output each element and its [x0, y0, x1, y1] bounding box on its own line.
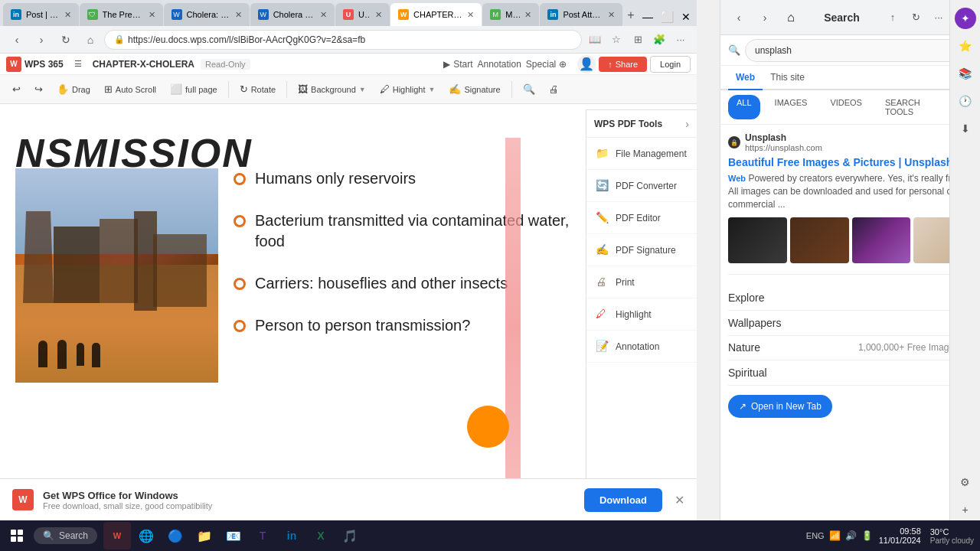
login-button[interactable]: Login	[650, 56, 691, 73]
user-avatar[interactable]: 👤	[577, 55, 596, 73]
tab-close[interactable]: ✕	[320, 10, 327, 20]
panel-item-highlight[interactable]: 🖊 Highlight	[586, 298, 697, 331]
auto-scroll-button[interactable]: ⊞ Auto Scroll	[98, 78, 162, 101]
taskbar-app-email[interactable]: 📧	[220, 522, 247, 549]
special-btn[interactable]: Special ⊕	[526, 59, 567, 70]
minimize-button[interactable]: —	[639, 8, 656, 26]
start-button[interactable]	[0, 520, 34, 551]
tab-post-attendee[interactable]: in Post Attendee -... ✕	[540, 3, 622, 26]
background-button[interactable]: 🖼 Background ▼	[292, 78, 372, 101]
share-button[interactable]: ↑ Share	[599, 57, 647, 72]
tab-meeting[interactable]: M Meeting ✕	[482, 3, 539, 26]
edge-collections-icon[interactable]: 📚	[955, 63, 976, 84]
open-new-tab-button[interactable]: ↗ Open in New Tab	[728, 395, 832, 418]
redo-button[interactable]: ↪	[28, 78, 49, 101]
rp-search-input[interactable]: unsplash	[745, 39, 972, 62]
search-button[interactable]: 🔍	[517, 78, 541, 101]
tab-close[interactable]: ✕	[467, 10, 474, 20]
result-thumbnail-2[interactable]	[790, 217, 849, 263]
panel-item-signature[interactable]: ✍ PDF Signature	[586, 234, 697, 266]
tab-udemy[interactable]: U Udemy ✕	[335, 3, 390, 26]
rp-more-button[interactable]: ···	[928, 7, 949, 28]
tab-close[interactable]: ✕	[608, 10, 615, 20]
panel-close-button[interactable]: ›	[685, 118, 689, 130]
rp-sub-tab-images[interactable]: IMAGES	[766, 95, 816, 119]
edge-copilot-icon[interactable]: ✦	[955, 8, 976, 29]
tab-close[interactable]: ✕	[64, 10, 71, 20]
rp-share-button[interactable]: ↑	[882, 7, 903, 28]
hamburger-menu[interactable]: ☰	[70, 57, 87, 70]
tab-chapter-x[interactable]: W CHAPTER-X-CHO... ✕	[390, 3, 482, 26]
back-button[interactable]: ‹	[6, 29, 28, 51]
panel-item-annotation[interactable]: 📝 Annotation	[586, 331, 697, 363]
panel-item-print[interactable]: 🖨 Print	[586, 266, 697, 298]
tab-close[interactable]: ✕	[375, 10, 382, 20]
collections-button[interactable]: ⊞	[628, 30, 648, 50]
panel-item-converter[interactable]: 🔄 PDF Converter	[586, 170, 697, 202]
extensions-button[interactable]: 🧩	[649, 30, 669, 50]
rp-tab-this-site[interactable]: This site	[763, 66, 812, 90]
edge-downloads-icon[interactable]: ⬇	[955, 118, 976, 139]
rp-sub-tab-videos[interactable]: VIDEOS	[822, 95, 871, 119]
rp-back-button[interactable]: ‹	[728, 7, 750, 28]
spiritual-link[interactable]: Spiritual	[728, 360, 972, 386]
explore-link[interactable]: Explore	[728, 285, 972, 311]
rp-tab-web[interactable]: Web	[728, 66, 763, 90]
taskbar-app-files[interactable]: 📁	[191, 522, 218, 549]
taskbar-app-edge[interactable]: 🌐	[132, 522, 160, 549]
result-thumbnail-3[interactable]	[852, 217, 911, 263]
highlight-button[interactable]: 🖊 Highlight ▼	[374, 78, 442, 101]
rp-content[interactable]: 🔒 Unsplash https://unsplash.com Beautifu…	[720, 125, 980, 520]
result-title[interactable]: Beautiful Free Images & Pictures | Unspl…	[728, 155, 972, 169]
result-thumbnail-1[interactable]	[728, 217, 787, 263]
rp-home-button[interactable]: ⌂	[780, 7, 802, 28]
signature-button[interactable]: ✍ Signature	[443, 78, 506, 101]
tab-close[interactable]: ✕	[235, 10, 242, 20]
print-button[interactable]: 🖨	[543, 78, 565, 101]
tab-cholera-causes[interactable]: W Cholera: Causes... ✕	[164, 3, 250, 26]
forward-button[interactable]: ›	[31, 29, 52, 51]
result-favicon: 🔒	[728, 136, 740, 148]
panel-item-file-mgmt[interactable]: 📁 File Management	[586, 138, 697, 170]
edge-settings-icon[interactable]: ⚙	[955, 471, 976, 493]
download-button[interactable]: Download	[584, 488, 662, 512]
taskbar-app-teams[interactable]: T	[249, 522, 276, 549]
tab-cholera-sympt[interactable]: W Cholera - Sympt... ✕	[250, 3, 335, 26]
full-page-button[interactable]: ⬜ full page	[164, 78, 224, 101]
tab-close[interactable]: ✕	[524, 10, 531, 20]
close-button[interactable]: ✕	[678, 8, 694, 26]
tab-close[interactable]: ✕	[149, 10, 155, 20]
favorites-button[interactable]: ☆	[606, 30, 626, 50]
rotate-button[interactable]: ↻ Rotate	[234, 78, 282, 101]
rp-sub-tab-all[interactable]: ALL	[728, 95, 760, 119]
drag-button[interactable]: ✋ Drag	[51, 78, 96, 101]
undo-button[interactable]: ↩	[6, 78, 27, 101]
home-button[interactable]: ⌂	[80, 29, 101, 51]
taskbar-app-linkedin[interactable]: in	[278, 522, 305, 549]
taskbar-app-excel[interactable]: X	[307, 522, 335, 549]
banner-close-button[interactable]: ✕	[675, 493, 684, 507]
panel-item-editor[interactable]: ✏️ PDF Editor	[586, 202, 697, 234]
edge-history-icon[interactable]: 🕐	[955, 90, 976, 112]
taskbar-app-chrome[interactable]: 🔵	[162, 522, 189, 549]
annotation-btn[interactable]: Annotation	[477, 59, 521, 70]
nature-link[interactable]: Nature	[728, 341, 760, 354]
wallpapers-link[interactable]: Wallpapers	[728, 311, 972, 336]
tab-prevention[interactable]: 🛡 The Prevention ... ✕	[80, 3, 163, 26]
more-button[interactable]: ···	[671, 30, 691, 50]
rp-sub-tab-search-tools[interactable]: SEARCH TOOLS	[877, 95, 959, 119]
edge-favorites-icon[interactable]: ⭐	[955, 35, 976, 57]
taskbar-app-music[interactable]: 🎵	[336, 522, 364, 549]
reload-button[interactable]: ↻	[55, 29, 77, 51]
new-tab-button[interactable]: +	[623, 5, 639, 26]
tab-linkedin[interactable]: in Post | LinkedIn ✕	[3, 3, 79, 26]
edge-add-icon[interactable]: +	[955, 499, 976, 520]
edit-mode-btn[interactable]: ▶ Start	[443, 59, 472, 70]
rp-reload-button[interactable]: ↻	[905, 7, 926, 28]
address-bar[interactable]: 🔒 https://eu.docs.wps.com/l/slBiBor-AAcr…	[104, 30, 582, 50]
restore-button[interactable]: ⬜	[658, 8, 677, 26]
taskbar-search[interactable]: 🔍 Search	[34, 527, 97, 544]
reader-mode-button[interactable]: 📖	[585, 30, 605, 50]
rp-forward-button[interactable]: ›	[754, 7, 776, 28]
taskbar-app-wps[interactable]: W	[103, 522, 131, 549]
